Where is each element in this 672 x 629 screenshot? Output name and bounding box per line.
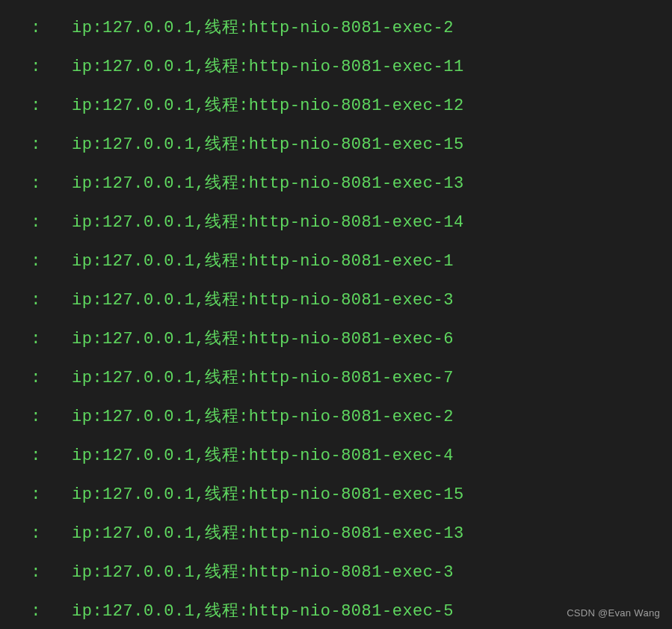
thread-value: http-nio-8081-exec-3 — [249, 563, 454, 582]
ip-value: 127.0.0.1 — [102, 96, 194, 115]
thread-value: http-nio-8081-exec-11 — [249, 58, 464, 76]
ip-value: 127.0.0.1 — [102, 408, 194, 426]
thread-value: http-nio-8081-exec-13 — [249, 524, 464, 543]
ip-label: ip: — [72, 174, 102, 193]
ip-value: 127.0.0.1 — [102, 369, 194, 387]
ip-value: 127.0.0.1 — [102, 602, 194, 621]
log-line: :ip:127.0.0.1,线程:http-nio-8081-exec-3 — [0, 281, 672, 320]
ip-value: 127.0.0.1 — [102, 291, 194, 310]
thread-colon: : — [238, 447, 249, 465]
log-line: :ip:127.0.0.1,线程:http-nio-8081-exec-1 — [0, 242, 672, 281]
thread-value: http-nio-8081-exec-15 — [249, 135, 464, 154]
log-prefix: : — [0, 242, 72, 281]
ip-label: ip: — [72, 252, 102, 271]
ip-value: 127.0.0.1 — [102, 330, 194, 349]
log-prefix: : — [0, 281, 72, 320]
log-content: ip:127.0.0.1,线程:http-nio-8081-exec-13 — [72, 174, 464, 193]
log-prefix: : — [0, 359, 72, 398]
thread-colon: : — [238, 58, 249, 76]
log-content: ip:127.0.0.1,线程:http-nio-8081-exec-5 — [72, 602, 454, 621]
log-content: ip:127.0.0.1,线程:http-nio-8081-exec-14 — [72, 213, 464, 232]
thread-label: 线程 — [205, 174, 238, 193]
log-prefix: : — [0, 437, 72, 476]
log-content: ip:127.0.0.1,线程:http-nio-8081-exec-2 — [72, 408, 454, 426]
thread-label: 线程 — [205, 213, 238, 232]
thread-colon: : — [238, 135, 249, 154]
thread-label: 线程 — [205, 408, 238, 426]
log-prefix: : — [0, 126, 72, 165]
thread-label: 线程 — [205, 19, 238, 37]
ip-value: 127.0.0.1 — [102, 19, 194, 37]
thread-label: 线程 — [205, 447, 238, 465]
ip-value: 127.0.0.1 — [102, 58, 194, 76]
ip-label: ip: — [72, 96, 102, 115]
ip-value: 127.0.0.1 — [102, 485, 194, 504]
log-output: :ip:127.0.0.1,线程:http-nio-8081-exec-2:ip… — [0, 0, 672, 629]
ip-label: ip: — [72, 485, 102, 504]
log-content: ip:127.0.0.1,线程:http-nio-8081-exec-4 — [72, 447, 454, 465]
log-prefix: : — [0, 592, 72, 629]
ip-value: 127.0.0.1 — [102, 252, 194, 271]
thread-colon: : — [238, 408, 249, 426]
separator: , — [194, 252, 205, 271]
thread-colon: : — [238, 485, 249, 504]
separator: , — [194, 408, 205, 426]
separator: , — [194, 135, 205, 154]
log-line: :ip:127.0.0.1,线程:http-nio-8081-exec-4 — [0, 437, 672, 476]
separator: , — [194, 369, 205, 387]
ip-value: 127.0.0.1 — [102, 174, 194, 193]
log-prefix: : — [0, 87, 72, 126]
thread-label: 线程 — [205, 96, 238, 115]
thread-colon: : — [238, 19, 249, 37]
ip-value: 127.0.0.1 — [102, 447, 194, 465]
thread-value: http-nio-8081-exec-14 — [249, 213, 464, 232]
log-prefix: : — [0, 398, 72, 437]
thread-value: http-nio-8081-exec-12 — [249, 96, 464, 115]
ip-label: ip: — [72, 563, 102, 582]
thread-label: 线程 — [205, 330, 238, 349]
log-prefix: : — [0, 515, 72, 553]
thread-colon: : — [238, 330, 249, 349]
log-line: :ip:127.0.0.1,线程:http-nio-8081-exec-15 — [0, 126, 672, 165]
ip-label: ip: — [72, 524, 102, 543]
thread-value: http-nio-8081-exec-6 — [249, 330, 454, 349]
thread-colon: : — [238, 174, 249, 193]
thread-value: http-nio-8081-exec-5 — [249, 602, 454, 621]
ip-label: ip: — [72, 408, 102, 426]
thread-colon: : — [238, 291, 249, 310]
ip-value: 127.0.0.1 — [102, 213, 194, 232]
ip-label: ip: — [72, 447, 102, 465]
ip-label: ip: — [72, 213, 102, 232]
log-line: :ip:127.0.0.1,线程:http-nio-8081-exec-12 — [0, 87, 672, 126]
separator: , — [194, 174, 205, 193]
ip-value: 127.0.0.1 — [102, 135, 194, 154]
log-content: ip:127.0.0.1,线程:http-nio-8081-exec-13 — [72, 524, 464, 543]
ip-label: ip: — [72, 58, 102, 76]
log-prefix: : — [0, 9, 72, 48]
separator: , — [194, 58, 205, 76]
ip-label: ip: — [72, 291, 102, 310]
thread-label: 线程 — [205, 291, 238, 310]
log-content: ip:127.0.0.1,线程:http-nio-8081-exec-1 — [72, 252, 454, 271]
thread-label: 线程 — [205, 602, 238, 621]
log-line: :ip:127.0.0.1,线程:http-nio-8081-exec-15 — [0, 476, 672, 515]
ip-value: 127.0.0.1 — [102, 563, 194, 582]
thread-value: http-nio-8081-exec-3 — [249, 291, 454, 310]
log-line: :ip:127.0.0.1,线程:http-nio-8081-exec-11 — [0, 48, 672, 87]
log-line: :ip:127.0.0.1,线程:http-nio-8081-exec-3 — [0, 553, 672, 592]
thread-colon: : — [238, 96, 249, 115]
thread-value: http-nio-8081-exec-1 — [249, 252, 454, 271]
log-line: :ip:127.0.0.1,线程:http-nio-8081-exec-13 — [0, 515, 672, 553]
thread-colon: : — [238, 524, 249, 543]
ip-label: ip: — [72, 602, 102, 621]
ip-label: ip: — [72, 369, 102, 387]
thread-label: 线程 — [205, 58, 238, 76]
watermark-text: CSDN @Evan Wang — [567, 607, 660, 619]
thread-label: 线程 — [205, 524, 238, 543]
thread-value: http-nio-8081-exec-2 — [249, 408, 454, 426]
thread-label: 线程 — [205, 485, 238, 504]
ip-label: ip: — [72, 135, 102, 154]
ip-label: ip: — [72, 19, 102, 37]
log-content: ip:127.0.0.1,线程:http-nio-8081-exec-12 — [72, 96, 464, 115]
separator: , — [194, 291, 205, 310]
